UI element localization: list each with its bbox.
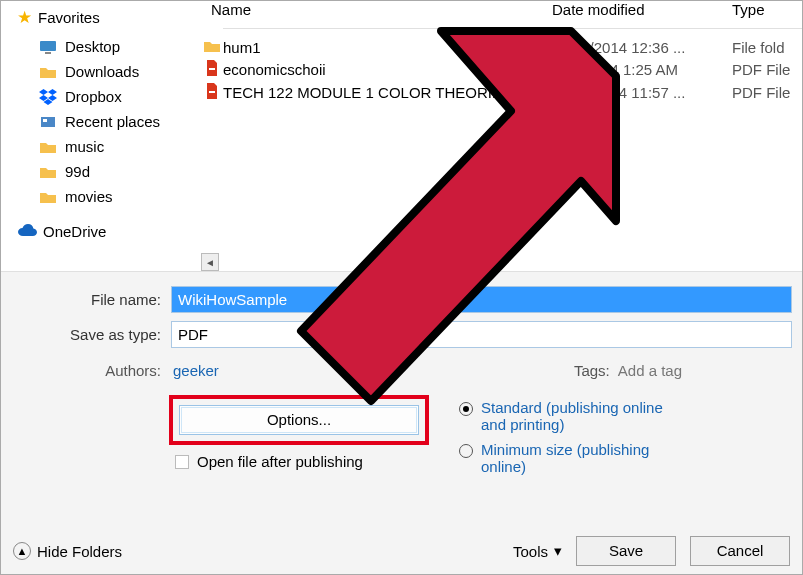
- radio-standard[interactable]: Standard (publishing online and printing…: [459, 395, 681, 437]
- hide-folders-button[interactable]: ▲ Hide Folders: [13, 542, 122, 560]
- svg-rect-4: [209, 68, 215, 70]
- file-name: hum1: [223, 39, 552, 56]
- star-icon: ★: [17, 7, 32, 28]
- svg-rect-5: [209, 91, 215, 93]
- authors-label: Authors:: [1, 362, 161, 379]
- sidebar-item-99d[interactable]: 99d: [11, 159, 201, 184]
- recent-places-icon: [39, 115, 57, 129]
- col-name[interactable]: Name: [201, 1, 552, 18]
- file-date: 11/28/2014 11:57 ...: [552, 84, 732, 101]
- sidebar-item-label: movies: [65, 188, 113, 205]
- file-list-pane: Name Date modified Type hum1 11/29/2014 …: [201, 1, 802, 271]
- sidebar-item-label: 99d: [65, 163, 90, 180]
- divider: [223, 28, 802, 29]
- saveas-label: Save as type:: [1, 326, 161, 343]
- authors-value[interactable]: geeker: [161, 362, 219, 379]
- sidebar-item-label: music: [65, 138, 104, 155]
- save-button[interactable]: Save: [576, 536, 676, 566]
- sidebar-item-label: OneDrive: [43, 223, 106, 240]
- pdf-icon: [201, 83, 223, 102]
- cancel-button[interactable]: Cancel: [690, 536, 790, 566]
- file-row[interactable]: economicschoii 12/3/2014 1:25 AM PDF Fil…: [201, 58, 802, 81]
- sidebar-item-label: Dropbox: [65, 88, 122, 105]
- column-headers: Name Date modified Type: [201, 1, 802, 24]
- chevron-down-icon: ▾: [554, 542, 562, 560]
- pdf-icon: [201, 60, 223, 79]
- svg-rect-3: [43, 119, 47, 122]
- sidebar-item-music[interactable]: music: [11, 134, 201, 159]
- open-after-checkbox-row[interactable]: Open file after publishing: [175, 453, 439, 470]
- radio-icon[interactable]: [459, 444, 473, 458]
- favorites-header[interactable]: ★ Favorites: [11, 5, 201, 34]
- saveas-input[interactable]: [171, 321, 792, 348]
- folder-icon: [201, 39, 223, 56]
- radio-icon[interactable]: [459, 402, 473, 416]
- dropbox-icon: [39, 89, 57, 105]
- tools-dropdown[interactable]: Tools ▾: [513, 542, 562, 560]
- sidebar-item-dropbox[interactable]: Dropbox: [11, 84, 201, 109]
- svg-rect-1: [45, 52, 51, 54]
- folder-icon: [39, 140, 57, 154]
- file-row[interactable]: hum1 11/29/2014 12:36 ... File fold: [201, 37, 802, 58]
- file-type: PDF File: [732, 61, 802, 78]
- radio-label: Standard (publishing online and printing…: [481, 399, 681, 433]
- sidebar-item-desktop[interactable]: Desktop: [11, 34, 201, 59]
- filename-label: File name:: [1, 291, 161, 308]
- sidebar: ★ Favorites Desktop Downloads Dropbox: [1, 1, 201, 271]
- filename-input[interactable]: [171, 286, 792, 313]
- desktop-icon: [39, 40, 57, 54]
- folder-icon: [39, 165, 57, 179]
- sidebar-item-recent[interactable]: Recent places: [11, 109, 201, 134]
- tags-value[interactable]: Add a tag: [618, 362, 802, 379]
- options-button[interactable]: Options...: [179, 405, 419, 435]
- open-after-label: Open file after publishing: [197, 453, 363, 470]
- file-type: PDF File: [732, 84, 802, 101]
- radio-minimum[interactable]: Minimum size (publishing online): [459, 437, 681, 479]
- scroll-left-button[interactable]: ◄: [201, 253, 219, 271]
- file-type: File fold: [732, 39, 802, 56]
- options-button-highlight: Options...: [169, 395, 429, 445]
- favorites-label: Favorites: [38, 9, 100, 26]
- file-row[interactable]: TECH 122 MODULE 1 COLOR THEORIES(2) 11/2…: [201, 81, 802, 104]
- optimize-radio-group: Standard (publishing online and printing…: [439, 395, 681, 479]
- chevron-up-icon: ▲: [13, 542, 31, 560]
- file-name: TECH 122 MODULE 1 COLOR THEORIES(2): [223, 84, 552, 101]
- hide-folders-label: Hide Folders: [37, 543, 122, 560]
- col-type[interactable]: Type: [732, 1, 802, 18]
- sidebar-item-label: Downloads: [65, 63, 139, 80]
- onedrive-icon: [17, 223, 37, 240]
- file-date: 11/29/2014 12:36 ...: [552, 39, 732, 56]
- checkbox-icon[interactable]: [175, 455, 189, 469]
- folder-icon: [39, 190, 57, 204]
- svg-rect-0: [40, 41, 56, 51]
- col-date[interactable]: Date modified: [552, 1, 732, 18]
- tools-label: Tools: [513, 543, 548, 560]
- sidebar-onedrive[interactable]: OneDrive: [11, 209, 201, 244]
- sidebar-item-label: Desktop: [65, 38, 120, 55]
- file-date: 12/3/2014 1:25 AM: [552, 61, 732, 78]
- file-name: economicschoii: [223, 61, 552, 78]
- folder-icon: [39, 65, 57, 79]
- tags-label: Tags:: [574, 362, 618, 379]
- sidebar-item-movies[interactable]: movies: [11, 184, 201, 209]
- radio-label: Minimum size (publishing online): [481, 441, 681, 475]
- sidebar-item-label: Recent places: [65, 113, 160, 130]
- save-form: File name: Save as type: Authors: geeker…: [1, 271, 802, 574]
- sidebar-item-downloads[interactable]: Downloads: [11, 59, 201, 84]
